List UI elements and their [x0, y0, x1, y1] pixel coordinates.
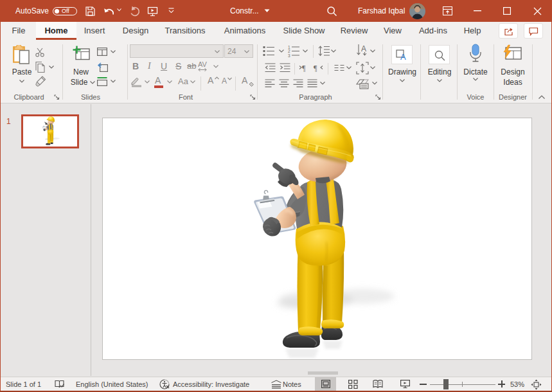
svg-text:AV: AV — [198, 61, 208, 68]
svg-text:A: A — [400, 52, 406, 61]
svg-text:A: A — [361, 44, 366, 53]
svg-text:¶: ¶ — [314, 64, 317, 72]
svg-text:3: 3 — [288, 53, 290, 58]
svg-text:¶: ¶ — [302, 64, 306, 72]
